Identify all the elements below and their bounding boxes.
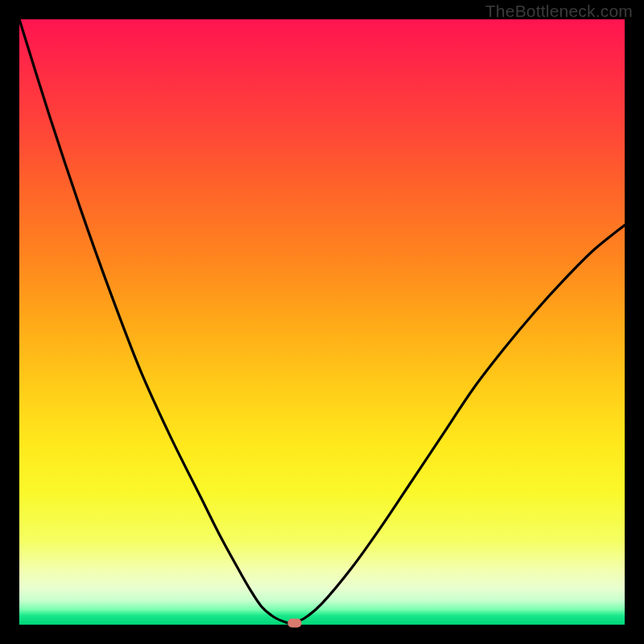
chart-frame: TheBottleneck.com (0, 0, 644, 644)
bottleneck-curve (19, 19, 625, 625)
optimal-point-marker (288, 618, 302, 627)
plot-area (19, 19, 625, 625)
watermark-text: TheBottleneck.com (485, 2, 633, 21)
